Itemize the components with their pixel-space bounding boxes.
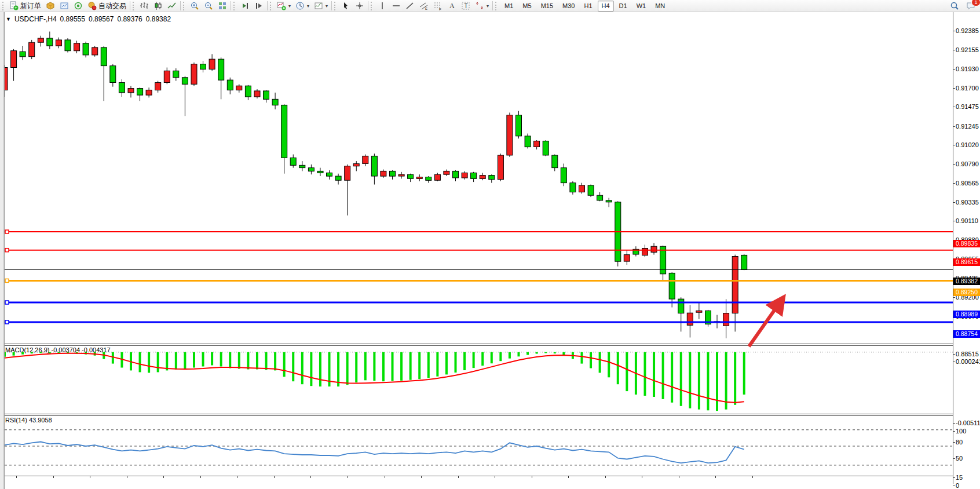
- price-tick-label: 0.91020: [956, 141, 980, 148]
- candle: [74, 43, 80, 51]
- candle: [20, 52, 25, 57]
- candle: [47, 38, 53, 46]
- candle: [624, 255, 630, 262]
- search-button[interactable]: [948, 0, 961, 12]
- timeframe-D1[interactable]: D1: [615, 1, 631, 12]
- line-anchor-handle[interactable]: [5, 230, 9, 233]
- profiles-button[interactable]: [57, 0, 71, 12]
- market-watch-button[interactable]: [71, 0, 85, 12]
- trendline-button[interactable]: [403, 0, 417, 12]
- macd-indicator-label: MACD(12,26,9) -0.003704 -0.004317: [5, 346, 111, 353]
- time-tick: [752, 476, 753, 478]
- collapse-icon[interactable]: ▼: [6, 16, 11, 22]
- timeframe-H1[interactable]: H1: [580, 1, 596, 12]
- toolbar-grip[interactable]: [334, 2, 337, 10]
- toolbar-grip[interactable]: [270, 2, 273, 10]
- auto-scroll-button[interactable]: [238, 0, 252, 12]
- line-anchor-handle[interactable]: [5, 301, 9, 304]
- price-tick-label: 0.91245: [956, 123, 980, 130]
- window-splitter[interactable]: [0, 12, 5, 489]
- line-anchor-handle[interactable]: [5, 249, 9, 252]
- crosshair-button[interactable]: [353, 0, 367, 12]
- text-label-button[interactable]: T: [459, 0, 473, 12]
- candle: [29, 42, 35, 57]
- templates-button[interactable]: ▾: [312, 0, 330, 12]
- chart-cube-button[interactable]: [43, 0, 57, 12]
- autotrade-icon: [87, 1, 97, 10]
- vline-icon: [378, 1, 387, 10]
- arrows-button[interactable]: ▾: [473, 0, 491, 12]
- chevron-down-icon[interactable]: ▾: [307, 3, 309, 9]
- new-order-button[interactable]: 新订单: [7, 0, 43, 12]
- toolbar-grip[interactable]: [133, 2, 136, 10]
- zoom-in-button[interactable]: [188, 0, 202, 12]
- candle: [642, 249, 648, 256]
- periods-button[interactable]: ▾: [293, 0, 312, 12]
- timeframe-M15[interactable]: M15: [537, 1, 557, 12]
- zoom-out-button[interactable]: [202, 0, 215, 12]
- candlestick-chart-button[interactable]: [151, 0, 165, 12]
- candle: [579, 185, 585, 192]
- horizontal-line-button[interactable]: [389, 0, 403, 12]
- candle: [507, 115, 513, 155]
- rsi-indicator-label: RSI(14) 43.9058: [5, 417, 52, 424]
- time-tick: [16, 476, 17, 478]
- toolbar-grip[interactable]: [233, 2, 236, 10]
- rsi-pane-top-border: [0, 415, 953, 416]
- candle: [245, 86, 251, 97]
- notification-badge: 1: [971, 0, 980, 6]
- candle: [669, 273, 675, 299]
- candlestick-pane[interactable]: [0, 13, 953, 344]
- toolbar-grip[interactable]: [495, 2, 498, 10]
- line-anchor-handle[interactable]: [5, 279, 9, 282]
- candle: [299, 165, 305, 167]
- bar-chart-button[interactable]: [137, 0, 151, 12]
- tile-windows-button[interactable]: [215, 0, 229, 12]
- timeframe-MN[interactable]: MN: [651, 1, 669, 12]
- pane-separator[interactable]: [0, 344, 953, 344]
- candle: [416, 177, 422, 179]
- chevron-down-icon[interactable]: ▾: [288, 3, 291, 9]
- timeframe-M1[interactable]: M1: [500, 1, 517, 12]
- toolbar-grip[interactable]: [2, 2, 5, 10]
- svg-text:T: T: [465, 3, 468, 9]
- new-order-button-label: 新订单: [20, 1, 41, 11]
- candle: [308, 168, 314, 171]
- toolbar-grip[interactable]: [371, 2, 374, 10]
- rsi-pane[interactable]: [0, 415, 953, 476]
- chart-shift-button[interactable]: [252, 0, 266, 12]
- toolbar-separator: [368, 1, 368, 10]
- crosshair-icon: [355, 1, 364, 10]
- fibonacci-button[interactable]: F: [431, 0, 445, 12]
- candle: [381, 171, 386, 176]
- cursor-button[interactable]: [339, 0, 353, 12]
- notifications-button[interactable]: 1: [964, 0, 978, 12]
- timeframe-H4[interactable]: H4: [598, 1, 614, 12]
- chevron-down-icon[interactable]: ▾: [326, 3, 328, 9]
- time-tick: [127, 476, 127, 478]
- time-tick: [715, 476, 716, 478]
- macd-pane[interactable]: [0, 345, 953, 414]
- svg-text:E: E: [425, 7, 427, 10]
- timeframe-M30[interactable]: M30: [558, 1, 579, 12]
- chevron-down-icon[interactable]: ▾: [487, 3, 489, 9]
- price-line-badge: 0.89382: [953, 278, 980, 285]
- toolbar-grip[interactable]: [183, 2, 186, 10]
- indicators-button[interactable]: ▾: [275, 0, 293, 12]
- text-button[interactable]: A: [445, 0, 459, 12]
- candle: [11, 51, 17, 68]
- vertical-line-button[interactable]: [375, 0, 389, 12]
- line-chart-button[interactable]: [165, 0, 179, 12]
- candle: [164, 71, 170, 82]
- equidistant-channel-button[interactable]: E: [417, 0, 431, 12]
- candle: [327, 173, 332, 176]
- autotrading-button[interactable]: 自动交易: [85, 0, 129, 12]
- line-anchor-handle[interactable]: [5, 320, 9, 324]
- pane-separator[interactable]: [0, 414, 953, 414]
- candle: [110, 66, 116, 83]
- candle: [137, 89, 143, 96]
- candle: [119, 83, 125, 93]
- candlestick-icon: [153, 1, 163, 10]
- timeframe-M5[interactable]: M5: [518, 1, 535, 12]
- timeframe-W1[interactable]: W1: [632, 1, 650, 12]
